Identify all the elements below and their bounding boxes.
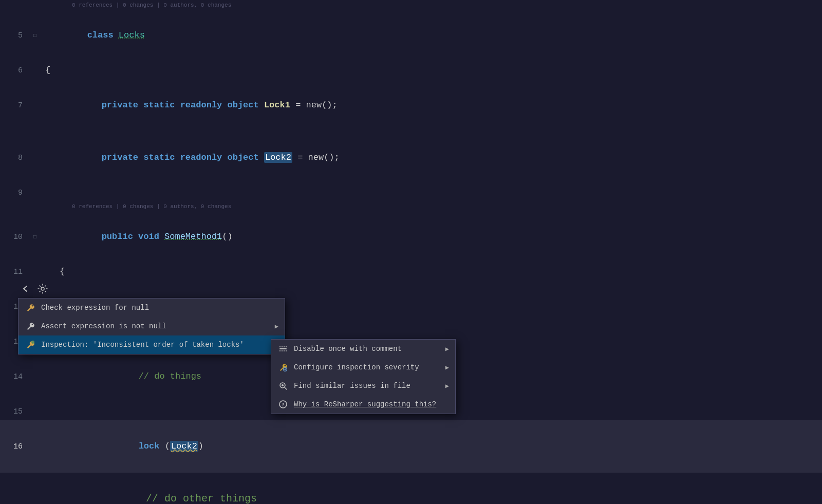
menu-label-assert-null: Assert expression is not null	[41, 322, 270, 330]
context-menu-right: Disable once with comment ▶ Configure in…	[271, 339, 456, 414]
fold-10[interactable]: □	[31, 233, 39, 241]
wrench-icon-2	[25, 321, 36, 332]
svg-rect-2	[279, 348, 287, 349]
code-content-6: {	[41, 62, 822, 79]
menu-item-why-suggesting[interactable]: ? Why is ReSharper suggesting this?	[271, 395, 455, 414]
menu-label-disable-comment: Disable once with comment	[294, 345, 440, 353]
arrow-icon-1: ▶	[275, 323, 278, 330]
svg-text:?: ?	[282, 402, 285, 407]
code-line-17: 17 // do other things	[0, 473, 822, 504]
menu-item-inspection[interactable]: Inspection: 'Inconsistent order of taken…	[18, 335, 285, 354]
menu-item-configure-severity[interactable]: Configure inspection severity ▶	[271, 358, 455, 377]
line-num-5: 5	[0, 31, 31, 40]
line-num-15: 15	[0, 407, 31, 416]
code-content-10: public void SomeMethod1()	[41, 211, 822, 263]
menu-item-find-similar[interactable]: Find similar issues in file ▶	[271, 377, 455, 395]
code-content-16: lock (Lock2)	[41, 420, 822, 473]
code-content-7: private static readonly object Lock1 = n…	[41, 79, 822, 132]
find-icon	[277, 380, 289, 391]
code-line-10: 10 □ public void SomeMethod1()	[0, 211, 822, 263]
arrow-icon-3: ▶	[445, 345, 449, 353]
line-num-9: 9	[0, 189, 31, 197]
svg-point-10	[282, 384, 284, 386]
wrench-icon-3	[25, 339, 36, 350]
code-line-7: 7 private static readonly object Lock1 =…	[0, 79, 822, 132]
code-line-9: 9	[0, 184, 822, 201]
meta-text-2: 0 references | 0 changes | 0 authors, 0 …	[72, 203, 231, 210]
line-num-7: 7	[0, 101, 31, 110]
code-line-5: 5 □ class Locks	[0, 9, 822, 62]
configure-icon	[277, 362, 289, 373]
disable-icon	[277, 343, 289, 354]
menu-item-assert-null[interactable]: Assert expression is not null ▶	[18, 317, 285, 335]
line-num-10: 10	[0, 233, 31, 241]
code-line-6: 6 {	[0, 62, 822, 79]
line-num-8: 8	[0, 154, 31, 162]
svg-point-1	[31, 341, 34, 344]
arrow-icon-4: ▶	[445, 364, 449, 371]
toolbar-icons-area	[18, 282, 50, 296]
menu-item-check-null[interactable]: Check expression for null	[18, 298, 285, 317]
line-num-14: 14	[0, 372, 31, 381]
code-content-17: // do other things	[41, 473, 822, 504]
svg-line-9	[285, 387, 287, 389]
context-menu-left: Check expression for null Assert express…	[18, 298, 285, 354]
editor-area: 0 references | 0 changes | 0 authors, 0 …	[0, 0, 822, 504]
fold-5[interactable]: □	[31, 31, 39, 40]
code-content-5: class Locks	[41, 9, 822, 62]
menu-label-why-suggesting: Why is ReSharper suggesting this?	[294, 400, 449, 408]
code-container: 0 references | 0 changes | 0 authors, 0 …	[0, 0, 822, 504]
menu-label-find-similar: Find similar issues in file	[294, 382, 440, 390]
settings-icon[interactable]	[35, 282, 50, 296]
code-line-8: 8 private static readonly object Lock2 =…	[0, 132, 822, 184]
line-num-16: 16	[0, 442, 31, 451]
arrow-icon-5: ▶	[445, 382, 449, 390]
meta-line-top: 0 references | 0 changes | 0 authors, 0 …	[0, 0, 822, 9]
menu-label-configure-severity: Configure inspection severity	[294, 363, 440, 371]
code-content-11: {	[41, 263, 822, 281]
code-line-16: 16 lock (Lock2)	[0, 420, 822, 473]
meta-text-top: 0 references | 0 changes | 0 authors, 0 …	[72, 2, 231, 8]
back-icon[interactable]	[18, 282, 32, 296]
menu-item-disable-comment[interactable]: Disable once with comment ▶	[271, 340, 455, 358]
code-line-11: 11 {	[0, 263, 822, 281]
line-num-11: 11	[0, 268, 31, 276]
menu-label-inspection: Inspection: 'Inconsistent order of taken…	[41, 341, 270, 349]
meta-line-2: 0 references | 0 changes | 0 authors, 0 …	[0, 201, 822, 211]
wrench-icon-1	[25, 302, 36, 313]
code-content-8: private static readonly object Lock2 = n…	[41, 132, 822, 184]
svg-point-0	[41, 287, 44, 290]
line-num-6: 6	[0, 66, 31, 75]
question-icon: ?	[277, 399, 289, 410]
menu-label-check-null: Check expression for null	[41, 304, 278, 312]
